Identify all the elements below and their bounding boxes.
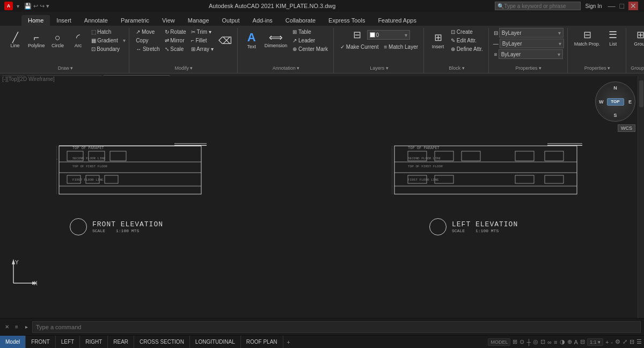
svg-text:Y: Y [15, 260, 19, 265]
selection-icon[interactable]: ⊕ [567, 338, 572, 345]
draw-expand[interactable]: ▾ [123, 38, 126, 43]
window-title: Autodesk AutoCAD 2021 KIM_PLATE.NO.3.dwg [49, 3, 495, 9]
create-block-button[interactable]: ⊡ Create [449, 28, 485, 36]
tab-manage[interactable]: Manage [181, 15, 216, 26]
search-box[interactable]: 🔍 [495, 2, 581, 10]
mirror-button[interactable]: ⇌ Mirror [163, 36, 188, 45]
layout-tab-longitudinal[interactable]: LONGITUDINAL [190, 336, 241, 348]
hatch-button[interactable]: ⬚ Hatch [89, 28, 122, 36]
match-properties-button[interactable]: ⊟ Match Prop. [572, 28, 603, 48]
scroll-up-btn[interactable] [639, 80, 643, 107]
match-layer-button[interactable]: ≡ Match Layer [382, 43, 420, 51]
erase-button[interactable]: ⌫ [216, 34, 234, 48]
circle-button[interactable]: ○ Circle [48, 32, 68, 49]
trim-button[interactable]: ✂ Trim ▾ [189, 28, 216, 36]
tab-view[interactable]: View [156, 15, 181, 26]
cmd-settings-icon[interactable]: ≡ [13, 323, 20, 331]
color-dropdown-arrow: ▾ [558, 30, 561, 36]
layout-tab-rear[interactable]: REAR [108, 336, 134, 348]
scale-button[interactable]: ⤡ Scale [163, 45, 188, 53]
prop-icon-3: ≡ [494, 51, 497, 57]
annotation-scale-icon[interactable]: ⊟ [580, 338, 585, 345]
list-button[interactable]: ☰ List [603, 28, 623, 48]
zoom-in-icon[interactable]: + [605, 339, 609, 345]
arc-button[interactable]: ◜ Arc [69, 32, 88, 49]
insert-button[interactable]: ⊞ Insert [428, 31, 448, 50]
cmd-close-icon[interactable]: ✕ [3, 323, 11, 331]
snap-icon[interactable]: ⊙ [519, 338, 524, 345]
group-groups: ⊞ Group Groups ▾ [627, 28, 644, 73]
tab-output[interactable]: Output [216, 15, 246, 26]
tab-featured-apps[interactable]: Featured Apps [371, 15, 423, 26]
command-line: ✕ ≡ ▸ [0, 318, 644, 335]
canvas-area[interactable]: X Y N S E W TOP WCS [0, 76, 644, 318]
group-button[interactable]: ⊞ Group [631, 28, 644, 48]
close-button[interactable]: ✕ [628, 2, 638, 10]
text-button[interactable]: A Text [242, 31, 261, 50]
annotation-icon[interactable]: A [574, 339, 578, 345]
boundary-button[interactable]: ⊡ Boundary [89, 45, 122, 53]
cmd-arrow-icon[interactable]: ▸ [23, 323, 30, 331]
lineweight-toggle[interactable]: ≡ [554, 339, 557, 345]
define-attributes-button[interactable]: ⊕ Define Attr. [449, 45, 485, 53]
top-first-floor-label: TOP OF FIRST FLOOR [72, 165, 107, 168]
polyline-button[interactable]: ⌐ Polyline [26, 32, 47, 49]
tab-addins[interactable]: Add-ins [246, 15, 279, 26]
copy-button[interactable]: Copy [134, 36, 162, 45]
text-icon: A [247, 32, 256, 43]
tab-annotate[interactable]: Annotate [78, 15, 114, 26]
fullscreen-icon[interactable]: ⤢ [623, 338, 627, 345]
otrack-icon[interactable]: ∞ [547, 339, 552, 345]
grid-icon[interactable]: ⊞ [513, 338, 517, 345]
move-button[interactable]: ↗ Move [134, 28, 162, 36]
transparency-icon[interactable]: ◑ [560, 338, 565, 345]
line-button[interactable]: ╱ Line [5, 32, 25, 49]
tab-parametric[interactable]: Parametric [114, 15, 156, 26]
edit-attributes-button[interactable]: ✎ Edit Attr. [449, 36, 485, 45]
linetype-dropdown[interactable]: ByLayer ▾ [500, 39, 564, 48]
rotate-button[interactable]: ↻ Rotate [163, 28, 188, 36]
group-modify: ↗ Move Copy ↔ Stretch ↻ Rotate ⇌ Mirror … [130, 28, 238, 73]
command-input[interactable] [32, 321, 641, 333]
dimension-button[interactable]: ⟺ Dimension [262, 32, 290, 49]
add-layout-button[interactable]: + [283, 336, 294, 348]
gradient-button[interactable]: ▦ Gradient [89, 36, 122, 45]
tab-express-tools[interactable]: Express Tools [322, 15, 371, 26]
model-status-btn[interactable]: MODEL [488, 338, 510, 346]
settings-icon[interactable]: ⚙ [615, 338, 620, 345]
maximize-button[interactable]: □ [620, 2, 624, 10]
layout-tab-cross-section[interactable]: CROSS SECTION [134, 336, 190, 348]
osnap-icon[interactable]: ⊡ [540, 338, 545, 345]
minimize-button[interactable]: — [608, 2, 616, 10]
layout-tab-left[interactable]: LEFT [56, 336, 80, 348]
center-mark-button[interactable]: ⊕ Center Mark [290, 45, 330, 53]
tab-insert[interactable]: Insert [50, 15, 78, 26]
layout-tab-front[interactable]: FRONT [26, 336, 55, 348]
tab-collaborate[interactable]: Collaborate [279, 15, 322, 26]
stretch-button[interactable]: ↔ Stretch [134, 45, 162, 53]
layout-icon[interactable]: ⊟ [630, 338, 634, 345]
top-of-parapet-label: TOP OF PARAPET [72, 146, 104, 150]
make-current-button[interactable]: ✓ Make Current [338, 43, 380, 51]
menu-icon[interactable]: ☰ [636, 338, 642, 345]
layout-tab-roof-plan[interactable]: ROOF PLAN [241, 336, 283, 348]
layer-dropdown[interactable]: 0 ▾ [367, 30, 410, 40]
left-first-floor-label: FIRST FLOOR LINE [408, 178, 439, 182]
layer-properties-button[interactable]: ⊟ [349, 28, 366, 42]
search-input[interactable] [504, 3, 568, 9]
leader-button[interactable]: ↗ Leader [290, 36, 330, 45]
tab-home[interactable]: Home [21, 15, 50, 26]
fillet-button[interactable]: ⌐ Fillet [189, 36, 216, 45]
prop-icon-2: — [493, 41, 499, 47]
sign-in-link[interactable]: Sign In [585, 3, 602, 9]
polar-icon[interactable]: ◎ [533, 338, 538, 345]
lineweight-dropdown[interactable]: ByLayer ▾ [499, 49, 563, 59]
zoom-level[interactable]: 1:1 ▾ [587, 338, 603, 346]
layout-tab-right[interactable]: RIGHT [80, 336, 108, 348]
zoom-out-icon[interactable]: - [611, 339, 613, 345]
ortho-icon[interactable]: ┼ [526, 339, 531, 345]
array-button[interactable]: ⊞ Array ▾ [189, 45, 216, 53]
color-dropdown[interactable]: ByLayer ▾ [499, 28, 564, 38]
layout-tab-model[interactable]: Model [0, 336, 26, 348]
table-button[interactable]: ⊞ Table [290, 28, 330, 36]
